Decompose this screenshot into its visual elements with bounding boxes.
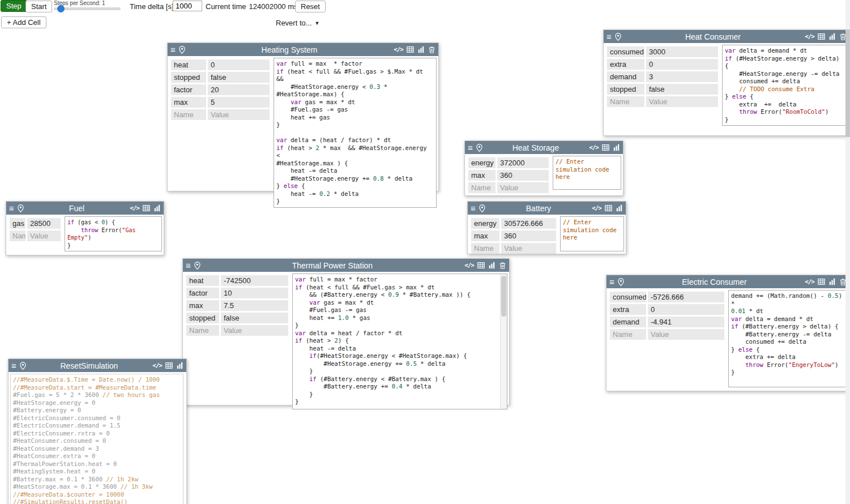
panel-header[interactable]: ≡ ResetSimulation </>	[8, 359, 186, 372]
cell-name-placeholder[interactable]: Name	[607, 96, 644, 107]
cell-name-placeholder[interactable]: Name	[468, 182, 496, 193]
hamburger-icon[interactable]: ≡	[606, 32, 612, 41]
panel-header[interactable]: ≡ Electric Consumer </>	[606, 275, 849, 288]
code-editor[interactable]: // Enter simulation code here	[553, 156, 621, 190]
cell-name[interactable]: demand	[610, 317, 646, 327]
code-icon[interactable]: </>	[152, 362, 162, 369]
cell-value[interactable]: 3	[646, 71, 718, 82]
cell-name[interactable]: gas	[10, 218, 25, 229]
code-icon[interactable]: </>	[805, 33, 814, 40]
revert-dropdown[interactable]: Revert to... ▼	[276, 19, 320, 27]
cell-name[interactable]: max	[471, 230, 499, 241]
step-button[interactable]: Step	[1, 0, 27, 12]
chart-icon[interactable]	[828, 278, 836, 285]
cell-value-placeholder[interactable]: Value	[501, 243, 556, 254]
panel-header[interactable]: ≡ Fuel </>	[6, 202, 164, 215]
code-editor[interactable]: //#MeasureData.$.Time = Date.now() / 100…	[10, 374, 183, 504]
table-icon[interactable]	[818, 278, 825, 285]
code-editor[interactable]: if (gas < 0) { throw Error("Gas Empty") …	[65, 216, 162, 251]
cell-value-placeholder[interactable]: Value	[648, 329, 724, 340]
slider-thumb[interactable]	[57, 5, 65, 12]
panel-header[interactable]: ≡ Battery </>	[468, 202, 626, 215]
cell-value-placeholder[interactable]: Value	[646, 96, 718, 107]
trash-icon[interactable]	[428, 46, 435, 53]
cell-value[interactable]: -5726.666	[648, 292, 724, 302]
cell-name[interactable]: factor	[171, 84, 206, 95]
chart-icon[interactable]	[176, 362, 183, 369]
cell-value[interactable]: false	[208, 72, 270, 83]
chart-icon[interactable]	[616, 204, 623, 212]
panel-header[interactable]: ≡ Heat Consumer </>	[604, 30, 849, 43]
cell-name-placeholder[interactable]: Name	[10, 230, 25, 241]
chart-icon[interactable]	[488, 262, 496, 269]
pin-icon[interactable]	[18, 204, 24, 212]
cell-name[interactable]: stopped	[607, 84, 644, 95]
code-editor[interactable]: var delta = demand * dt if (#HeatStorage…	[722, 45, 848, 126]
cell-name[interactable]: consumed	[607, 46, 644, 57]
cell-value-placeholder[interactable]: Value	[208, 109, 270, 120]
code-icon[interactable]: </>	[592, 205, 601, 211]
cell-name[interactable]: max	[468, 170, 496, 181]
code-editor[interactable]: // Enter simulation code here	[560, 216, 624, 251]
steps-per-second-slider[interactable]	[54, 7, 121, 10]
code-icon[interactable]: </>	[589, 144, 599, 151]
cell-value[interactable]: 372000	[497, 157, 549, 168]
cell-value[interactable]: 360	[497, 170, 549, 181]
cell-name[interactable]: energy	[471, 218, 499, 229]
cell-value[interactable]: 0	[648, 304, 724, 315]
cell-name[interactable]: extra	[607, 59, 644, 70]
start-button[interactable]: Start	[25, 1, 52, 12]
trash-icon[interactable]	[499, 262, 506, 269]
cell-value[interactable]: 28500	[27, 218, 61, 229]
cell-value[interactable]: 20	[208, 84, 270, 95]
code-icon[interactable]: </>	[130, 205, 139, 211]
table-icon[interactable]	[143, 204, 150, 212]
chart-icon[interactable]	[613, 144, 620, 151]
code-scrollbar-thumb[interactable]	[501, 276, 506, 317]
cell-value-placeholder[interactable]: Value	[497, 182, 549, 193]
hamburger-icon[interactable]: ≡	[609, 277, 614, 286]
table-icon[interactable]	[818, 33, 825, 40]
code-scrollbar[interactable]	[500, 274, 507, 409]
cell-name-placeholder[interactable]: Name	[186, 325, 219, 336]
cell-value[interactable]: 10	[221, 288, 288, 298]
cell-value[interactable]: -4.941	[648, 317, 724, 327]
cell-value[interactable]: 3000	[646, 46, 718, 57]
hamburger-icon[interactable]: ≡	[186, 261, 191, 270]
cell-value[interactable]: 7.5	[221, 300, 288, 311]
hamburger-icon[interactable]: ≡	[11, 361, 16, 370]
code-icon[interactable]: </>	[805, 279, 814, 285]
cell-name[interactable]: factor	[186, 288, 219, 298]
cell-name[interactable]: max	[171, 97, 206, 108]
pin-icon[interactable]	[194, 262, 200, 270]
pin-icon[interactable]	[20, 362, 26, 370]
code-icon[interactable]: </>	[464, 262, 474, 268]
code-icon[interactable]: </>	[394, 46, 403, 53]
pin-icon[interactable]	[179, 46, 185, 54]
cell-value-placeholder[interactable]: Value	[27, 230, 61, 241]
cell-name[interactable]: max	[186, 300, 219, 311]
add-cell-button[interactable]: + Add Cell	[1, 16, 46, 28]
cell-name[interactable]: extra	[610, 304, 646, 315]
page-scrollbar[interactable]	[845, 0, 850, 504]
cell-name[interactable]: stopped	[171, 72, 206, 83]
chart-icon[interactable]	[828, 33, 836, 40]
table-icon[interactable]	[165, 362, 173, 369]
cell-name-placeholder[interactable]: Name	[610, 329, 646, 340]
cell-value[interactable]: false	[221, 313, 288, 323]
cell-name[interactable]: heat	[171, 59, 206, 70]
code-editor[interactable]: var full = max * factor if (heat < full …	[292, 274, 507, 409]
reset-button[interactable]: Reset	[295, 1, 326, 12]
pin-icon[interactable]	[476, 144, 482, 152]
hamburger-icon[interactable]: ≡	[471, 204, 476, 212]
pin-icon[interactable]	[615, 33, 621, 41]
chart-icon[interactable]	[417, 46, 425, 53]
cell-name-placeholder[interactable]: Name	[171, 109, 206, 120]
cell-name[interactable]: demand	[607, 71, 644, 82]
panel-header[interactable]: ≡ Thermal Power Station </>	[183, 259, 509, 272]
cell-value[interactable]: 305726.666	[501, 218, 556, 229]
cell-value[interactable]: -742500	[221, 275, 288, 286]
page-scrollbar-thumb[interactable]	[845, 29, 850, 137]
cell-name-placeholder[interactable]: Name	[471, 243, 499, 254]
cell-name[interactable]: energy	[468, 157, 496, 168]
